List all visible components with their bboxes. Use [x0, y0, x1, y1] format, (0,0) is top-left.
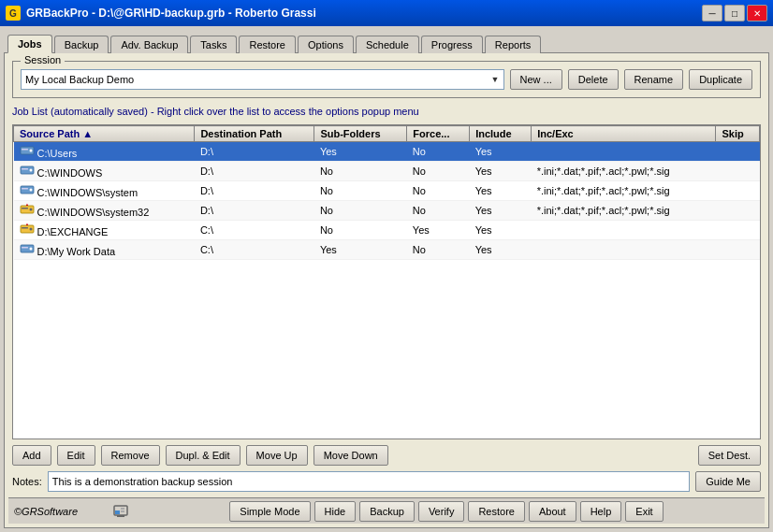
status-icon: [111, 502, 130, 521]
add-button[interactable]: Add: [12, 445, 51, 466]
col-dest[interactable]: Destination Path: [195, 126, 314, 142]
remove-button[interactable]: Remove: [101, 445, 160, 466]
about-button[interactable]: About: [529, 501, 576, 522]
hide-button[interactable]: Hide: [314, 501, 357, 522]
title-bar: G GRBackPro - D:\@GR\HD-backup.grb - Rob…: [0, 0, 773, 26]
tab-restore[interactable]: Restore: [239, 36, 296, 53]
cell-subfolders: No: [314, 181, 407, 201]
cell-dest: D:\: [195, 162, 314, 181]
session-row: My Local Backup Demo ▼ New ... Delete Re…: [21, 69, 752, 90]
guide-me-button[interactable]: Guide Me: [695, 471, 761, 492]
svg-rect-26: [121, 510, 124, 512]
tab-jobs[interactable]: Jobs: [7, 35, 52, 53]
tab-backup[interactable]: Backup: [54, 36, 109, 53]
svg-point-16: [29, 228, 32, 231]
col-skip[interactable]: Skip: [716, 126, 760, 142]
exit-button[interactable]: Exit: [625, 501, 663, 522]
tab-schedule[interactable]: Schedule: [356, 36, 419, 53]
cell-force: No: [407, 142, 470, 162]
close-button[interactable]: ✕: [747, 5, 767, 22]
cell-source: ▲ C:\WINDOWS\system32: [14, 201, 195, 221]
svg-text:▲: ▲: [25, 203, 29, 207]
cell-source: ▲ D:\EXCHANGE: [14, 221, 195, 240]
chevron-down-icon: ▼: [491, 75, 500, 84]
set-dest-button[interactable]: Set Dest.: [698, 445, 761, 466]
rename-button[interactable]: Rename: [624, 69, 684, 90]
col-include[interactable]: Include: [470, 126, 532, 142]
table-row[interactable]: D:\My Work Data C:\ Yes No Yes: [14, 240, 760, 260]
col-subfolders[interactable]: Sub-Folders: [314, 126, 407, 142]
cell-incexc: [532, 142, 716, 162]
backup-button[interactable]: Backup: [359, 501, 415, 522]
job-table-container[interactable]: Source Path ▲ Destination Path Sub-Folde…: [12, 124, 761, 439]
tab-options[interactable]: Options: [298, 36, 354, 53]
cell-include: Yes: [470, 221, 532, 240]
tab-progress[interactable]: Progress: [421, 36, 483, 53]
cell-source: C:\WINDOWS\system: [14, 181, 195, 201]
restore-button[interactable]: Restore: [468, 501, 525, 522]
cell-incexc: *.ini;*.dat;*.pif;*.acl;*.pwl;*.sig: [532, 201, 716, 221]
col-force[interactable]: Force...: [407, 126, 470, 142]
svg-rect-13: [22, 208, 28, 209]
table-row[interactable]: C:\WINDOWS\system D:\ No No Yes *.ini;*.…: [14, 181, 760, 201]
job-table: Source Path ▲ Destination Path Sub-Folde…: [13, 125, 760, 260]
cell-incexc: *.ini;*.dat;*.pif;*.acl;*.pwl;*.sig: [532, 181, 716, 201]
cell-dest: D:\: [195, 181, 314, 201]
svg-point-20: [29, 248, 32, 251]
minimize-button[interactable]: ─: [702, 5, 722, 22]
move-down-button[interactable]: Move Down: [314, 445, 388, 466]
svg-rect-24: [115, 510, 120, 514]
table-row[interactable]: ▲ D:\EXCHANGE C:\ No Yes Yes: [14, 221, 760, 240]
cell-dest: C:\: [195, 221, 314, 240]
cell-dest: D:\: [195, 201, 314, 221]
tab-tasks[interactable]: Tasks: [190, 36, 237, 53]
tab-reports[interactable]: Reports: [485, 36, 542, 53]
delete-button[interactable]: Delete: [568, 69, 619, 90]
svg-rect-23: [117, 515, 124, 517]
cell-subfolders: Yes: [314, 142, 407, 162]
cell-incexc: *.ini;*.dat;*.pif;*.acl;*.pwl;*.sig: [532, 162, 716, 181]
cell-skip: [716, 142, 760, 162]
col-incexc[interactable]: Inc/Exc: [532, 126, 716, 142]
cell-subfolders: No: [314, 221, 407, 240]
table-row[interactable]: C:\Users D:\ Yes No Yes: [14, 142, 760, 162]
cell-include: Yes: [470, 201, 532, 221]
dupl-edit-button[interactable]: Dupl. & Edit: [166, 445, 241, 466]
maximize-button[interactable]: □: [724, 5, 745, 22]
move-up-button[interactable]: Move Up: [246, 445, 308, 466]
cell-source: C:\WINDOWS: [14, 162, 195, 181]
cell-source: C:\Users: [14, 142, 195, 162]
duplicate-button[interactable]: Duplicate: [689, 69, 752, 90]
svg-text:G: G: [9, 8, 17, 19]
cell-dest: C:\: [195, 240, 314, 260]
verify-button[interactable]: Verify: [418, 501, 465, 522]
tab-adv-backup[interactable]: Adv. Backup: [110, 36, 188, 53]
svg-rect-7: [22, 168, 28, 170]
simple-mode-button[interactable]: Simple Mode: [229, 501, 310, 522]
cell-include: Yes: [470, 181, 532, 201]
notes-bar: Notes: This is a demonstration backup se…: [12, 471, 761, 492]
cell-subfolders: No: [314, 162, 407, 181]
cell-include: Yes: [470, 142, 532, 162]
new-button[interactable]: New ...: [510, 69, 562, 90]
session-panel: Session My Local Backup Demo ▼ New ... D…: [12, 61, 761, 98]
session-select[interactable]: My Local Backup Demo ▼: [21, 69, 504, 90]
cell-dest: D:\: [195, 142, 314, 162]
col-source[interactable]: Source Path ▲: [14, 126, 195, 142]
svg-rect-10: [22, 188, 28, 190]
cell-force: No: [407, 181, 470, 201]
edit-button[interactable]: Edit: [57, 445, 95, 466]
notes-field[interactable]: This is a demonstration backup session: [48, 471, 691, 492]
cell-force: No: [407, 162, 470, 181]
window-body: Jobs Backup Adv. Backup Tasks Restore Op…: [0, 26, 773, 532]
cell-subfolders: Yes: [314, 240, 407, 260]
help-button[interactable]: Help: [580, 501, 622, 522]
svg-point-12: [29, 208, 32, 211]
table-row[interactable]: C:\WINDOWS D:\ No No Yes *.ini;*.dat;*.p…: [14, 162, 760, 181]
svg-point-3: [29, 150, 32, 152]
svg-rect-21: [22, 247, 28, 249]
cell-force: Yes: [407, 221, 470, 240]
notes-value: This is a demonstration backup session: [52, 476, 233, 487]
svg-rect-4: [22, 149, 28, 151]
table-row[interactable]: ▲ C:\WINDOWS\system32 D:\ No No Yes *.in…: [14, 201, 760, 221]
